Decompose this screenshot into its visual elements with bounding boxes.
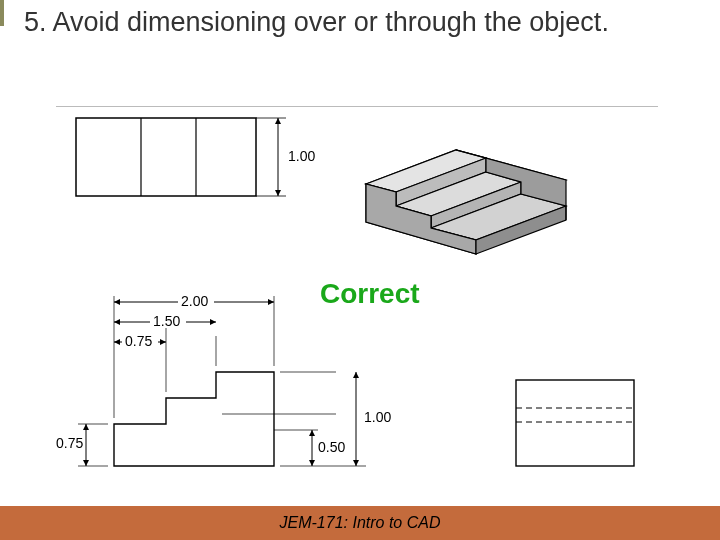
dim-1.00-top: 1.00 (256, 118, 315, 196)
dim-label: 1.00 (288, 148, 315, 164)
svg-rect-0 (76, 118, 256, 196)
step-profile (114, 372, 274, 466)
correct-label: Correct (320, 278, 420, 310)
footer-text: JEM-171: Intro to CAD (280, 514, 441, 532)
bottom-left-view: 2.00 1.50 0.75 0.75 (56, 292, 391, 468)
top-left-view (76, 118, 256, 196)
slide-title: 5. Avoid dimensioning over or through th… (24, 6, 664, 40)
footer-bar: JEM-171: Intro to CAD (0, 506, 720, 540)
dim-label: 1.00 (364, 409, 391, 425)
dim-label: 0.75 (56, 435, 83, 451)
accent-bar (0, 0, 4, 26)
dim-label: 0.50 (318, 439, 345, 455)
svg-rect-49 (516, 380, 634, 466)
horizontal-rule (56, 106, 658, 107)
dim-label: 1.50 (153, 313, 180, 329)
bottom-right-view (516, 380, 634, 466)
dim-label: 0.75 (125, 333, 152, 349)
isometric-block (361, 109, 581, 259)
dim-label: 2.00 (181, 293, 208, 309)
slide: 5. Avoid dimensioning over or through th… (0, 0, 720, 540)
